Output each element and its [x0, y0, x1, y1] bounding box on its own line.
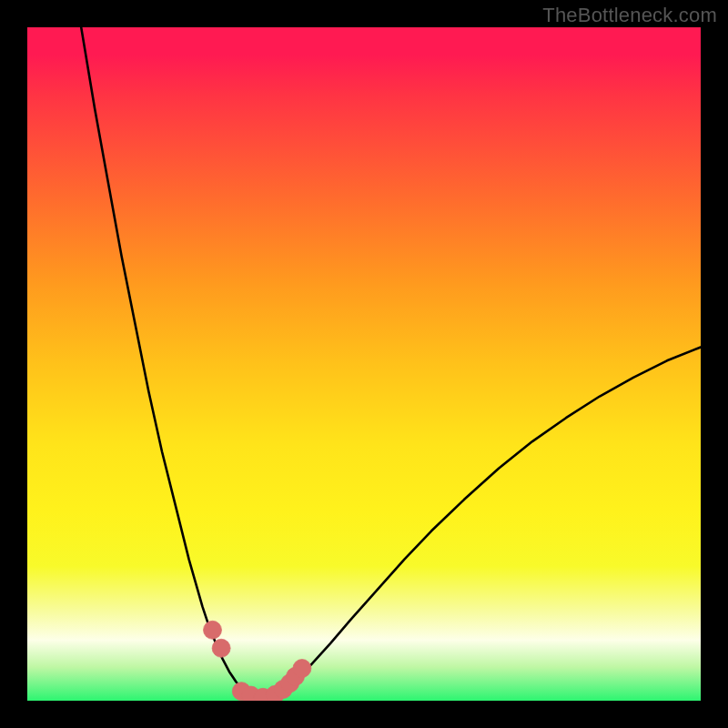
plot-area — [27, 27, 701, 701]
markers-group — [204, 621, 311, 701]
series-group — [81, 27, 701, 698]
valley-marker — [204, 621, 222, 639]
series-right-branch — [283, 348, 701, 691]
watermark-text: TheBottleneck.com — [542, 4, 717, 27]
valley-marker — [212, 639, 230, 657]
series-left-branch — [81, 27, 243, 690]
valley-marker — [293, 659, 311, 677]
chart-frame: TheBottleneck.com — [0, 0, 728, 728]
chart-svg — [27, 27, 701, 701]
